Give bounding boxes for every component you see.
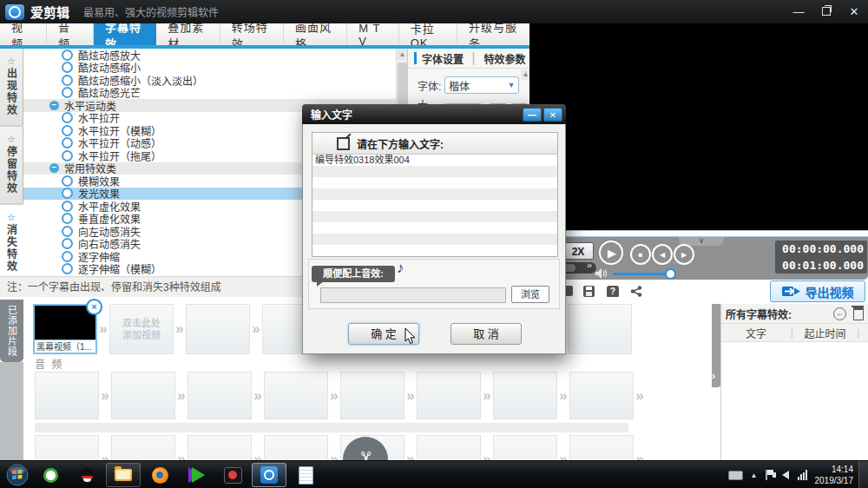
added-clips-label: 已添加片段	[5, 305, 19, 357]
timeline-cell[interactable]	[568, 304, 632, 354]
dialog-text-row[interactable]	[312, 211, 557, 222]
save-icon[interactable]	[583, 286, 595, 297]
font-family-select[interactable]: 楷体 ▼	[444, 76, 519, 94]
chevron-separator-icon: »	[252, 387, 264, 405]
clock[interactable]: 14:14 2019/3/17	[815, 464, 854, 486]
play-button[interactable]: ▶	[599, 241, 623, 265]
sidebar-tab-3[interactable]: ☆消失特效	[0, 205, 23, 281]
help-icon[interactable]: ?	[607, 286, 619, 298]
dialog-text-row[interactable]	[312, 188, 557, 200]
dialog-text-row[interactable]	[312, 177, 557, 188]
text-entry-rows[interactable]: 编导特效0318效果004	[312, 155, 557, 256]
font-label: 字体:	[418, 78, 441, 93]
dialog-text-row[interactable]	[312, 222, 557, 234]
menu-tab-2[interactable]: 音 频	[47, 23, 94, 45]
show-desktop-button[interactable]	[858, 461, 868, 488]
radio-icon	[62, 75, 73, 86]
subtitle-columns: 文字|起止时间|	[721, 324, 868, 342]
restore-button[interactable]	[812, 5, 840, 18]
dialog-minimize-button[interactable]: —	[523, 108, 542, 122]
clip-thumbnail[interactable]: 黑幕视频（1... ×	[33, 304, 97, 354]
app-tagline: 最易用、强大的视频剪辑软件	[83, 4, 219, 19]
menu-tab-6[interactable]: 画面风格	[284, 23, 347, 45]
added-clips-tab[interactable]: 已添加片段	[0, 300, 23, 362]
timeline-cell[interactable]	[35, 372, 99, 419]
menu-tab-8[interactable]: 卡拉OK	[399, 23, 457, 45]
timeline-cell[interactable]	[186, 304, 250, 354]
browse-button[interactable]: 浏览	[511, 286, 549, 303]
dialog-titlebar[interactable]: 输入文字 — ✕	[302, 104, 566, 124]
tray-expand-icon[interactable]: ▲	[751, 472, 758, 479]
network-signal-icon[interactable]	[798, 470, 808, 480]
timeline-cell[interactable]	[187, 372, 252, 419]
taskbar-app-notepad[interactable]	[288, 463, 323, 487]
timeline-cell[interactable]	[111, 372, 175, 419]
taskbar-app-qq[interactable]	[69, 463, 104, 487]
share-icon[interactable]	[630, 286, 642, 297]
screen-recorder-icon	[224, 467, 242, 484]
close-button[interactable]: ✕	[840, 5, 868, 18]
chevron-right-icon: ›	[712, 370, 715, 382]
dialog-close-button[interactable]: ✕	[543, 108, 562, 122]
timeline-cell[interactable]	[417, 372, 481, 419]
speaker-icon[interactable]	[595, 268, 608, 279]
subtitle-list[interactable]	[721, 342, 868, 462]
volume-tray-icon[interactable]	[782, 471, 789, 479]
menu-tab-4[interactable]: 叠加素材	[156, 23, 220, 45]
dialog-text-line[interactable]: 编导特效0318效果004	[312, 155, 557, 166]
radio-icon	[62, 150, 73, 162]
dialog-text-row[interactable]	[312, 166, 557, 177]
sidebar-tab-2[interactable]: ☆停留特效	[0, 127, 23, 203]
app-window: 爱剪辑 最易用、强大的视频剪辑软件 — ✕ 视 频音 频字幕特效叠加素材转场特效…	[0, 0, 868, 488]
sidebar-tab-label: 出现特效	[4, 68, 19, 116]
cancel-button[interactable]: 取 消	[450, 323, 522, 345]
trash-icon[interactable]	[853, 307, 864, 320]
timeline-cell[interactable]	[340, 372, 404, 419]
timeline-cell[interactable]	[264, 372, 328, 419]
music-note-icon: ♪	[397, 260, 404, 277]
dialog-text-row[interactable]	[312, 200, 557, 211]
locate-icon[interactable]: ←	[833, 307, 846, 320]
menu-tab-7[interactable]: M T V	[347, 23, 398, 45]
menu-tab-5[interactable]: 转场特效	[220, 23, 284, 45]
timeline-cell[interactable]: 双击此处添加视频	[109, 304, 174, 354]
dialog-text-row[interactable]	[312, 245, 557, 256]
taskbar-app-aijianji[interactable]	[252, 463, 286, 487]
export-video-button[interactable]: 导出视频	[770, 280, 865, 302]
timeline-cell[interactable]	[493, 372, 557, 419]
start-button[interactable]	[3, 462, 32, 488]
taskbar-app-file-explorer[interactable]	[106, 463, 141, 487]
prev-frame-button[interactable]: ◀	[652, 244, 673, 265]
radio-icon	[62, 188, 73, 199]
taskbar-app-firefox[interactable]	[142, 463, 177, 487]
taskbar-app-media-player[interactable]	[179, 463, 214, 487]
remove-clip-button[interactable]: ×	[86, 299, 102, 315]
stop-button[interactable]: ■	[630, 244, 651, 265]
sidebar-tab-1[interactable]: ☆出现特效	[0, 49, 23, 125]
text-entry-header: 请在下方输入文字:	[312, 133, 557, 155]
subtitle-panel-title: 所有字幕特效:	[726, 307, 833, 321]
taskbar-app-screen-recorder[interactable]	[215, 463, 250, 487]
menu-tab-3[interactable]: 字幕特效	[94, 23, 156, 45]
volume-knob[interactable]	[665, 268, 676, 280]
minimize-button[interactable]: —	[785, 5, 812, 18]
volume-slider[interactable]	[613, 273, 670, 275]
taskbar-app-browser-360[interactable]	[33, 463, 68, 487]
time-total: 00:01:00.000	[775, 257, 864, 274]
file-explorer-icon	[115, 469, 132, 481]
sound-file-input[interactable]	[320, 287, 506, 303]
tab-separator: │	[470, 52, 477, 64]
radio-icon	[62, 251, 73, 262]
speed-button[interactable]: 2X	[562, 242, 594, 260]
video-preview[interactable]	[529, 23, 868, 230]
radio-icon	[62, 62, 73, 73]
input-method-icon[interactable]	[728, 471, 743, 480]
tab-effect-params[interactable]: 特效参数	[484, 51, 526, 66]
next-frame-button[interactable]: ▶	[674, 244, 694, 265]
tab-font-settings[interactable]: 字体设置	[422, 51, 464, 66]
menu-tab-1[interactable]: 视 频	[0, 23, 47, 45]
audio-track-label: 音 频	[35, 356, 63, 371]
menu-tab-9[interactable]: 升级与服务	[457, 23, 531, 45]
timeline-cell[interactable]	[569, 372, 634, 419]
dialog-text-row[interactable]	[312, 234, 557, 245]
